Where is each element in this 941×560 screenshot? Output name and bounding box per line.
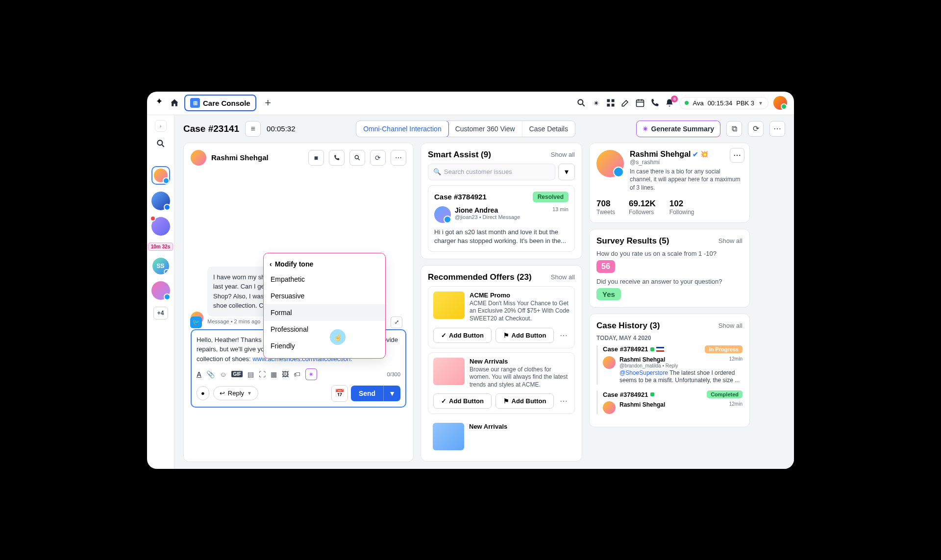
offer-add-button-1[interactable]: ✓ Add Button	[433, 328, 492, 343]
send-button[interactable]: Send	[351, 386, 383, 401]
emoji-icon[interactable]: ☺	[220, 370, 226, 378]
tone-professional[interactable]: Professional	[264, 321, 385, 338]
video-call-button[interactable]: ■	[308, 150, 324, 166]
conversation-item-2[interactable]	[151, 192, 170, 210]
rail-search-icon[interactable]	[156, 139, 166, 148]
side-rail: › 10m 32s SS +4	[147, 115, 174, 469]
notifications-icon[interactable]: 8	[665, 98, 674, 108]
filter-button[interactable]: ▾	[558, 164, 575, 180]
history-name: Rashmi Shehgal	[619, 401, 665, 408]
offer-more[interactable]: ⋯	[558, 331, 570, 340]
twitter-badge-icon	[164, 293, 171, 300]
rail-expand-button[interactable]: ›	[155, 120, 167, 132]
svg-rect-2	[612, 99, 615, 102]
profile-more-button[interactable]: ⋯	[730, 148, 744, 163]
apps-grid-icon[interactable]	[606, 98, 616, 108]
history-title: Case History (3)	[596, 321, 660, 331]
history-avatar	[603, 356, 616, 369]
refresh-button[interactable]: ⟳	[748, 121, 764, 137]
case-menu-button[interactable]: ≡	[245, 121, 261, 137]
tone-friendly[interactable]: Friendly	[264, 338, 385, 354]
alert-badge-icon	[150, 216, 156, 221]
conversation-item-1[interactable]	[151, 166, 170, 185]
assist-text: Hi i got an s20 last month and love it b…	[434, 228, 569, 245]
conversation-item-4[interactable]: SS	[152, 258, 169, 274]
tab-omnichannel[interactable]: Omni-Channel Interaction	[356, 121, 449, 137]
back-icon[interactable]: ‹	[270, 260, 272, 268]
ai-assist-icon[interactable]: ✴	[305, 368, 317, 380]
search-chat-button[interactable]	[349, 150, 365, 166]
sparkle-icon: ✴	[643, 125, 648, 133]
offer-more[interactable]: ⋯	[558, 396, 570, 406]
workspace-tab-label: Care Console	[203, 99, 250, 107]
smart-assist-panel: Smart Assist (9)Show all 🔍Search custome…	[421, 143, 582, 259]
workspace-tab[interactable]: ⊞ Care Console	[184, 95, 256, 111]
dot-icon	[650, 392, 654, 396]
more-conversations[interactable]: +4	[153, 307, 168, 319]
add-tab-button[interactable]: +	[261, 96, 275, 110]
generate-summary-button[interactable]: ✴Generate Summary	[636, 121, 720, 137]
app-logo-icon	[154, 97, 165, 108]
article-icon[interactable]: ▦	[271, 370, 277, 378]
more-button[interactable]: ⋯	[769, 121, 785, 137]
twitter-badge-icon	[163, 177, 170, 184]
conversation-item-3[interactable]	[151, 217, 170, 236]
offers-panel: Recommended Offers (23)Show all ACME Pro…	[421, 265, 582, 462]
user-avatar[interactable]	[773, 96, 787, 110]
chat-panel: Rashmi Shehgal ■ ⟳ ⋯ I	[183, 143, 414, 462]
survey-showall[interactable]: Show all	[718, 237, 743, 244]
tone-title: Modify tone	[275, 260, 314, 268]
offers-showall[interactable]: Show all	[551, 273, 575, 281]
phone-icon[interactable]	[650, 98, 660, 108]
calendar-icon[interactable]	[635, 98, 645, 108]
image-icon[interactable]: 🖼	[282, 370, 289, 378]
offer-add-button-2[interactable]: ⚑ Add Button	[495, 328, 554, 343]
minimize-button[interactable]: ●	[197, 386, 209, 400]
gif-icon[interactable]: GIF	[231, 371, 243, 377]
history-item: Case #3784921In Progress Rashmi Shehgal@…	[596, 345, 743, 385]
schedule-button[interactable]: 📅	[331, 385, 348, 402]
reply-type-button[interactable]: ↩ Reply ▼	[213, 386, 258, 400]
smart-assist-search[interactable]: 🔍Search customer issues	[428, 164, 555, 180]
layout-button[interactable]: ⧉	[726, 121, 742, 137]
refresh-chat-button[interactable]: ⟳	[370, 150, 386, 166]
dot-icon	[650, 347, 654, 351]
tab-customer360[interactable]: Customer 360 View	[448, 121, 522, 137]
stat-following: 102	[669, 199, 694, 209]
search-icon[interactable]	[576, 98, 586, 108]
offer-add-button-1[interactable]: ✓ Add Button	[433, 393, 492, 409]
tag-icon[interactable]: 🏷	[294, 370, 300, 378]
agent-status[interactable]: Ava 00:15:34 PBK 3 ▼	[679, 97, 768, 109]
case-title: Case #23141	[183, 123, 239, 134]
send-dropdown[interactable]: ▼	[383, 386, 400, 401]
search-icon: 🔍	[433, 168, 441, 175]
attachment-icon[interactable]: 📎	[206, 370, 215, 378]
voice-call-button[interactable]	[329, 150, 345, 166]
smart-assist-showall[interactable]: Show all	[551, 151, 575, 158]
survey-panel: Survey Results (5)Show all How do you ra…	[589, 229, 750, 308]
home-icon[interactable]	[170, 98, 179, 108]
history-item: Case #3784921Completed Rashmi Shehgal12m…	[596, 390, 743, 414]
topbar: ⊞ Care Console + ✴ 8 Ava 00:15:34 PBK 3 …	[147, 92, 794, 115]
message-meta: Message • 2 mins ago	[207, 318, 260, 324]
template-icon[interactable]: ▤	[248, 370, 254, 378]
sparkle-icon[interactable]: ✴	[591, 98, 601, 108]
history-showall[interactable]: Show all	[718, 322, 743, 329]
crop-icon[interactable]: ⛶	[259, 370, 266, 378]
assist-person-name: Jione Andrea	[455, 206, 548, 214]
tab-case-details[interactable]: Case Details	[522, 121, 575, 137]
stat-followers: 69.12K	[629, 199, 656, 209]
verified-icon: ✔	[693, 150, 698, 158]
conversation-item-5[interactable]	[151, 281, 170, 300]
format-underline-icon[interactable]: A	[197, 370, 201, 378]
expand-composer-button[interactable]: ⤢	[391, 317, 402, 328]
tone-empathetic[interactable]: Empathetic	[264, 271, 385, 288]
tone-formal[interactable]: Formal	[264, 304, 385, 321]
edit-icon[interactable]	[620, 98, 630, 108]
mention-link[interactable]: @ShoeSuperstore	[619, 369, 668, 376]
tone-persuasive[interactable]: Persuasive	[264, 288, 385, 304]
chat-more-button[interactable]: ⋯	[391, 150, 406, 166]
char-counter: 0/300	[387, 371, 400, 377]
offer-add-button-2[interactable]: ⚑ Add Button	[495, 393, 554, 409]
svg-rect-5	[637, 100, 644, 106]
